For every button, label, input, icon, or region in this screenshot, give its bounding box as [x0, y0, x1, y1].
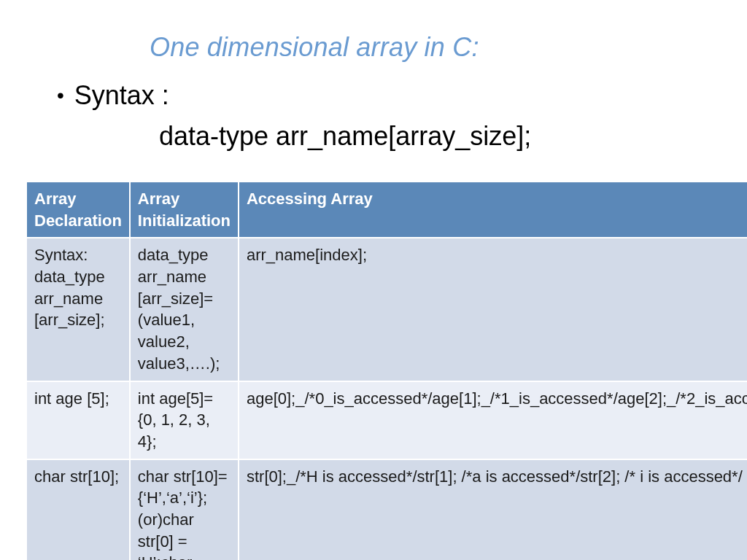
slide-title: One dimensional array in C:	[0, 32, 747, 63]
cell-accessing: arr_name[index];	[239, 238, 747, 381]
cell-initialization: data_type arr_name [arr_size]=(value1, v…	[130, 238, 239, 381]
array-syntax-table: Array Declaration Array Initialization A…	[26, 181, 747, 560]
header-initialization: Array Initialization	[130, 182, 239, 238]
syntax-declaration: data-type arr_name[array_size];	[0, 121, 747, 152]
cell-accessing: str[0];_/*H is accessed*/str[1]; /*a is …	[239, 459, 747, 560]
cell-declaration: Syntax: data_type arr_name [arr_size];	[26, 238, 130, 381]
header-declaration: Array Declaration	[26, 182, 130, 238]
cell-declaration: char str[10];	[26, 459, 130, 560]
cell-accessing: age[0];_/*0_is_accessed*/age[1];_/*1_is_…	[239, 381, 747, 459]
header-accessing: Accessing Array	[239, 182, 747, 238]
cell-declaration: int age [5];	[26, 381, 130, 459]
table-header-row: Array Declaration Array Initialization A…	[26, 182, 747, 238]
bullet-item: • Syntax :	[0, 80, 747, 111]
table-row: int age [5]; int age[5]={0, 1, 2, 3, 4};…	[26, 381, 747, 459]
table-row: char str[10]; char str[10]={‘H’,‘a’,‘i’}…	[26, 459, 747, 560]
bullet-icon: •	[57, 85, 64, 106]
cell-initialization: int age[5]={0, 1, 2, 3, 4};	[130, 381, 239, 459]
table-row: Syntax: data_type arr_name [arr_size]; d…	[26, 238, 747, 381]
bullet-label: Syntax :	[74, 80, 169, 111]
cell-initialization: char str[10]={‘H’,‘a’,‘i’}; (or)char str…	[130, 459, 239, 560]
